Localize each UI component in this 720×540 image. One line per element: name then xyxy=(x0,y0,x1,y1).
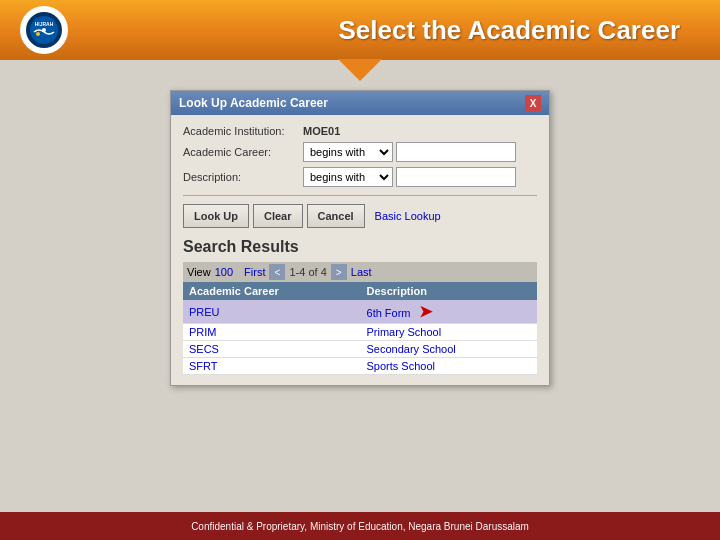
form-divider xyxy=(183,195,537,196)
first-spacer xyxy=(237,266,240,278)
description-link[interactable]: Primary School xyxy=(367,326,442,338)
description-operator-select[interactable]: begins with = contains xyxy=(303,167,393,187)
description-label: Description: xyxy=(183,171,303,183)
table-row: SFRTSports School xyxy=(183,358,537,375)
bottom-arrow xyxy=(338,463,382,485)
svg-point-4 xyxy=(42,28,46,32)
footer-text: Confidential & Proprietary, Ministry of … xyxy=(191,521,529,532)
career-cell: SFRT xyxy=(183,358,361,375)
modal-title: Look Up Academic Career xyxy=(179,96,328,110)
modal-body: Academic Institution: MOE01 Academic Car… xyxy=(171,115,549,385)
career-input[interactable] xyxy=(396,142,516,162)
institution-value: MOE01 xyxy=(303,125,340,137)
description-input[interactable] xyxy=(396,167,516,187)
lookup-button[interactable]: Look Up xyxy=(183,204,249,228)
page-title: Select the Academic Career xyxy=(338,15,680,46)
footer: Confidential & Proprietary, Ministry of … xyxy=(0,512,720,540)
description-cell: Sports School xyxy=(361,358,537,375)
description-link[interactable]: 6th Form xyxy=(367,307,411,319)
table-row: PREU6th Form➤ xyxy=(183,300,537,324)
career-link[interactable]: PREU xyxy=(189,306,220,318)
career-label: Academic Career: xyxy=(183,146,303,158)
col-description: Description xyxy=(361,282,537,300)
first-link[interactable]: First xyxy=(244,266,265,278)
main-content: Look Up Academic Career X Academic Insti… xyxy=(0,60,720,512)
cancel-button[interactable]: Cancel xyxy=(307,204,365,228)
institution-row: Academic Institution: MOE01 xyxy=(183,125,537,137)
basic-lookup-link[interactable]: Basic Lookup xyxy=(375,210,441,222)
last-link[interactable]: Last xyxy=(351,266,372,278)
table-row: SECSSecondary School xyxy=(183,341,537,358)
career-link[interactable]: SFRT xyxy=(189,360,218,372)
svg-point-3 xyxy=(36,32,40,36)
header: HIJRAH Select the Academic Career xyxy=(0,0,720,60)
career-cell: PREU xyxy=(183,300,361,324)
search-results-title: Search Results xyxy=(183,238,537,256)
career-cell: PRIM xyxy=(183,324,361,341)
table-row: PRIMPrimary School xyxy=(183,324,537,341)
institution-label: Academic Institution: xyxy=(183,125,303,137)
view-label: View xyxy=(187,266,211,278)
lookup-modal: Look Up Academic Career X Academic Insti… xyxy=(170,90,550,386)
top-arrow xyxy=(338,59,382,81)
modal-close-button[interactable]: X xyxy=(525,95,541,111)
page-count: 1-4 of 4 xyxy=(289,266,326,278)
svg-text:HIJRAH: HIJRAH xyxy=(35,21,54,27)
career-cell: SECS xyxy=(183,341,361,358)
table-header-row: Academic Career Description xyxy=(183,282,537,300)
col-career: Academic Career xyxy=(183,282,361,300)
logo-area: HIJRAH xyxy=(20,6,68,54)
prev-button[interactable]: < xyxy=(269,264,285,280)
career-link[interactable]: PRIM xyxy=(189,326,217,338)
view-count-link[interactable]: 100 xyxy=(215,266,233,278)
results-nav: View 100 First < 1-4 of 4 > Last xyxy=(183,262,537,282)
row-indicator-arrow: ➤ xyxy=(419,303,432,320)
career-operator-select[interactable]: begins with = contains xyxy=(303,142,393,162)
description-cell: 6th Form➤ xyxy=(361,300,537,324)
next-button[interactable]: > xyxy=(331,264,347,280)
career-row: Academic Career: begins with = contains xyxy=(183,142,537,162)
description-link[interactable]: Sports School xyxy=(367,360,435,372)
description-cell: Secondary School xyxy=(361,341,537,358)
career-link[interactable]: SECS xyxy=(189,343,219,355)
logo-circle: HIJRAH xyxy=(20,6,68,54)
description-cell: Primary School xyxy=(361,324,537,341)
description-link[interactable]: Secondary School xyxy=(367,343,456,355)
modal-titlebar: Look Up Academic Career X xyxy=(171,91,549,115)
results-table: Academic Career Description PREU6th Form… xyxy=(183,282,537,375)
description-row: Description: begins with = contains xyxy=(183,167,537,187)
button-row: Look Up Clear Cancel Basic Lookup xyxy=(183,204,537,228)
clear-button[interactable]: Clear xyxy=(253,204,303,228)
